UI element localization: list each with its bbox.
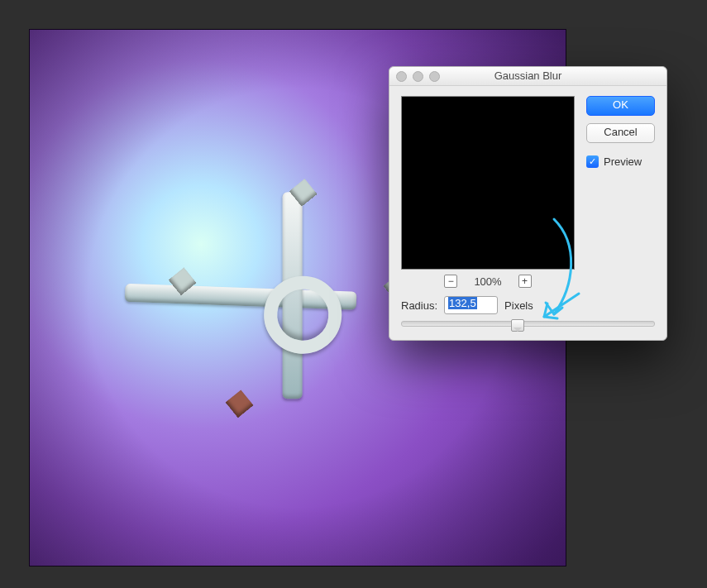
plus-icon: + bbox=[522, 276, 528, 286]
radius-unit-label: Pixels bbox=[504, 299, 533, 312]
radius-input-value: 132,5 bbox=[448, 297, 477, 309]
traffic-zoom-icon[interactable] bbox=[429, 71, 440, 82]
minus-icon: − bbox=[448, 276, 454, 286]
radius-slider[interactable] bbox=[401, 321, 655, 327]
dialog-title: Gaussian Blur bbox=[494, 69, 562, 82]
window-traffic-lights bbox=[396, 71, 440, 82]
dialog-titlebar[interactable]: Gaussian Blur bbox=[389, 67, 666, 86]
traffic-close-icon[interactable] bbox=[396, 71, 407, 82]
radius-input[interactable]: 132,5 bbox=[444, 296, 498, 314]
zoom-percent-label: 100% bbox=[474, 275, 501, 288]
gaussian-blur-dialog: Gaussian Blur − 100% + OK Cancel ✓ Pre bbox=[389, 66, 667, 341]
cancel-button[interactable]: Cancel bbox=[586, 123, 655, 143]
preview-checkbox[interactable]: ✓ bbox=[586, 155, 599, 168]
preview-checkbox-label: Preview bbox=[604, 155, 642, 168]
ok-button[interactable]: OK bbox=[586, 96, 655, 116]
preview-checkbox-row[interactable]: ✓ Preview bbox=[586, 155, 655, 168]
zoom-out-button[interactable]: − bbox=[444, 275, 457, 288]
checkmark-icon: ✓ bbox=[589, 156, 596, 167]
blur-preview-image[interactable] bbox=[401, 96, 575, 270]
traffic-minimize-icon[interactable] bbox=[413, 71, 423, 82]
radius-label: Radius: bbox=[401, 299, 437, 312]
zoom-in-button[interactable]: + bbox=[518, 275, 532, 288]
radius-slider-thumb[interactable] bbox=[511, 319, 524, 332]
